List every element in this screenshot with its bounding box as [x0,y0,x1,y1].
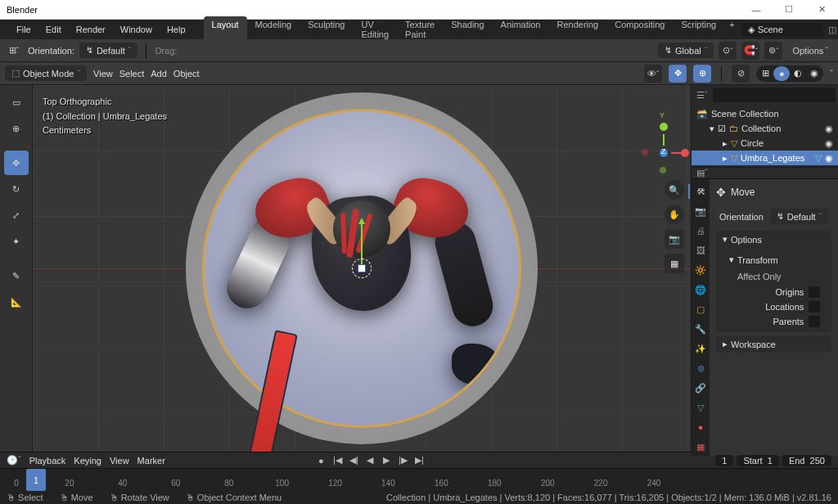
shading-dropdown-button[interactable]: ˇ [830,69,833,79]
shading-lookdev-button[interactable]: ◐ [790,66,806,81]
menu-file[interactable]: File [10,22,38,37]
xray-toggle-button[interactable]: ⊘ [732,65,750,83]
properties-tab-physics[interactable]: ⊚ [692,359,710,377]
3d-viewport[interactable]: Top Orthographic (1) Collection | Umbra_… [33,85,691,452]
menu-render[interactable]: Render [70,22,112,37]
disclosure-triangle-icon[interactable]: ▸ [723,153,728,164]
outliner-display-mode-dropdown[interactable]: ☰ˇ [696,90,708,101]
workspace-tab-scripting[interactable]: Scripting [673,16,724,43]
annotate-tool[interactable]: ✎ [4,263,29,288]
select-box-tool[interactable]: ▭ [4,90,29,115]
jump-start-button[interactable]: |◀ [330,455,345,466]
keyframe-next-button[interactable]: |▶ [395,455,410,466]
shading-rendered-button[interactable]: ◉ [806,66,822,81]
window-maximize-button[interactable]: ☐ [773,0,805,20]
timeline-editor-type-dropdown[interactable]: 🕑ˇ [7,455,21,466]
pivot-point-button[interactable]: ⊙ˇ [719,42,737,60]
workspace-section-header[interactable]: ▸ Workspace [716,335,831,353]
options-section-header[interactable]: ▾ Options [716,231,831,248]
transform-subsection-header[interactable]: ▾ Transform [724,251,823,268]
gizmo-x-axis[interactable]: X [681,149,689,157]
timeline-menu-view[interactable]: View [110,456,129,466]
window-close-button[interactable]: ✕ [805,0,838,20]
timeline-menu-keying[interactable]: Keying [74,456,101,466]
outliner-scene-collection[interactable]: 🗃️ Scene Collection [692,106,838,121]
overlays-toggle-button[interactable]: ⊕ [693,65,711,83]
visibility-eye-icon[interactable]: ◉ [825,124,833,134]
scale-tool[interactable]: ⤢ [4,203,29,227]
cursor-tool[interactable]: ⊕ [4,116,29,141]
workspace-tab-modeling[interactable]: Modeling [247,16,300,43]
options-dropdown[interactable]: Optionsˇ [787,44,833,57]
properties-tab-render[interactable]: 📷 [692,202,710,220]
workspace-tab-layout[interactable]: Layout [204,16,247,43]
playhead-cursor[interactable]: 1 [26,469,46,491]
snapping-button[interactable]: 🧲ˇ [741,42,759,60]
start-frame-field[interactable]: Start 1 [737,455,778,466]
viewport-menu-select[interactable]: Select [119,69,145,79]
properties-tab-texture[interactable]: ▦ [692,438,710,456]
scene-add-button[interactable]: ◫ [828,25,836,35]
properties-tab-data[interactable]: ▽ [692,398,710,416]
zoom-button[interactable]: 🔍 [665,180,684,200]
workspace-tab-sculpting[interactable]: Sculpting [300,16,353,43]
play-reverse-button[interactable]: ◀ [363,455,377,466]
gizmo-neg-y-axis[interactable] [660,167,666,173]
properties-tab-world[interactable]: 🌐 [692,281,710,299]
outliner-search-input[interactable] [713,88,836,102]
camera-view-button[interactable]: 📷 [665,229,684,249]
visibility-eye-icon[interactable]: ◉ [825,138,833,149]
properties-tab-particles[interactable]: ✨ [692,340,710,358]
menu-edit[interactable]: Edit [39,22,68,37]
properties-tab-constraints[interactable]: 🔗 [692,379,710,397]
transform-tool[interactable]: ✦ [4,229,29,254]
mode-dropdown[interactable]: ⬚ Object Mode ˇ [5,65,87,81]
rotate-tool[interactable]: ↻ [4,177,29,201]
props-orientation-dropdown[interactable]: ↯ Default ˇ [770,209,829,224]
properties-tab-viewlayer[interactable]: 🖼 [692,241,710,259]
visibility-dropdown[interactable]: 👁ˇ [644,65,662,83]
shading-solid-button[interactable]: ● [773,66,790,81]
end-frame-field[interactable]: End 250 [782,455,831,466]
pan-button[interactable]: ✋ [665,205,684,224]
locations-checkbox[interactable] [809,301,820,313]
workspace-tab-shading[interactable]: Shading [443,16,492,43]
properties-tab-modifiers[interactable]: 🔧 [692,320,710,338]
properties-tab-tool[interactable]: 🛠 [692,182,710,200]
measure-tool[interactable]: 📐 [4,290,29,314]
scene-name-field[interactable]: ◈ Scene [741,23,823,37]
timeline-menu-marker[interactable]: Marker [137,456,165,466]
window-minimize-button[interactable]: — [740,0,773,20]
perspective-toggle-button[interactable]: ▦ [665,254,684,273]
play-button[interactable]: ▶ [379,455,394,466]
viewport-menu-object[interactable]: Object [173,69,200,79]
workspace-tab-texturepaint[interactable]: Texture Paint [397,16,443,43]
transform-orientation-dropdown[interactable]: ↯ Global ˇ [658,43,714,58]
properties-editor-type-dropdown[interactable]: ▤ˇ [696,168,708,178]
keyframe-prev-button[interactable]: ◀| [346,455,361,466]
properties-tab-scene[interactable]: 🔆 [692,261,710,279]
properties-tab-output[interactable]: 🖨 [692,222,710,240]
jump-end-button[interactable]: ▶| [412,455,426,466]
disclosure-triangle-icon[interactable]: ▾ [710,124,714,134]
timeline-ruler[interactable]: 020406080100120140160180200220240 1 [0,468,838,491]
viewport-menu-add[interactable]: Add [151,69,167,79]
viewport-menu-view[interactable]: View [93,69,113,79]
workspace-tab-uvediting[interactable]: UV Editing [353,16,397,43]
gizmo-toggle-button[interactable]: ✥ [669,65,687,83]
navigation-gizmo[interactable]: Y X Z [645,134,683,172]
workspace-tab-animation[interactable]: Animation [493,16,549,43]
current-frame-field[interactable]: 1 [715,455,733,466]
outliner-item-umbra[interactable]: ▸ ▽ Umbra_Legates ▽ ◉ [692,151,838,165]
move-tool[interactable]: ✥ [4,151,29,175]
proportional-edit-button[interactable]: ⊚ˇ [764,42,782,60]
disclosure-triangle-icon[interactable]: ▸ [723,138,728,149]
gizmo-y-axis[interactable]: Y [660,123,668,131]
parents-checkbox[interactable] [809,316,820,327]
timeline-menu-playback[interactable]: Playback [29,456,66,466]
origins-checkbox[interactable] [809,286,820,298]
autokey-button[interactable]: ● [313,455,328,466]
menu-window[interactable]: Window [114,22,159,37]
visibility-eye-icon[interactable]: ◉ [825,153,833,164]
properties-tab-material[interactable]: ● [692,418,710,436]
